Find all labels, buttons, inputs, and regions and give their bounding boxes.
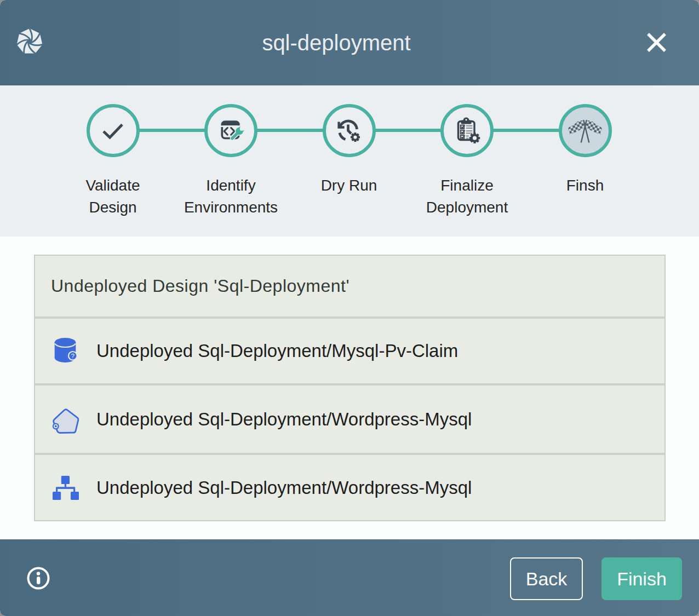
svg-text:?: ? xyxy=(71,353,75,359)
